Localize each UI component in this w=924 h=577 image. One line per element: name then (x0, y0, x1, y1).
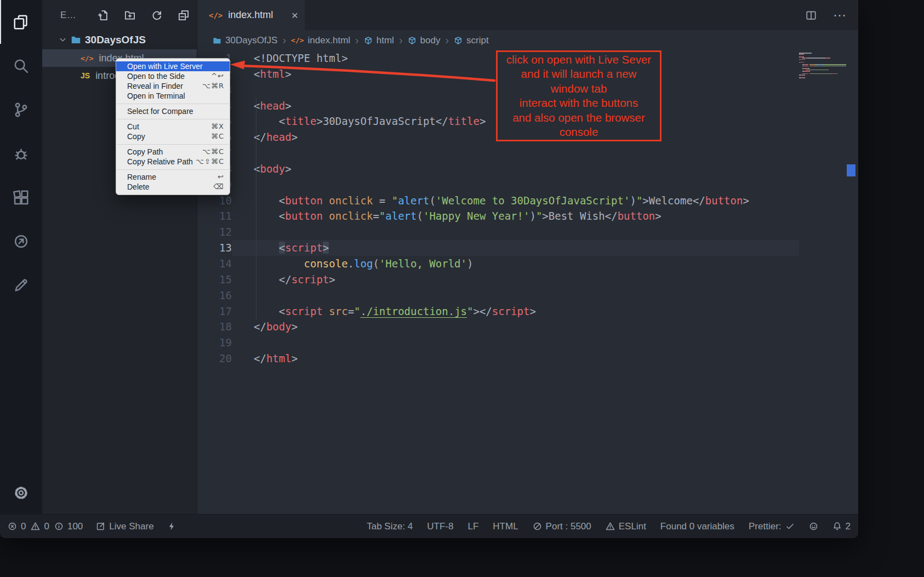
breadcrumb-separator: › (355, 34, 359, 47)
root-folder-label: 30DaysOfJS (85, 34, 146, 46)
html-file-icon: </> (209, 11, 223, 20)
overview-ru1ler[interactable] (846, 50, 858, 514)
status-variables[interactable]: Found 0 variables (660, 521, 734, 532)
line-number: 12 (197, 224, 232, 240)
gear-icon (13, 485, 29, 501)
tab-close-icon[interactable]: × (292, 9, 298, 22)
explorer-actions (98, 10, 189, 21)
menu-item-open-to-the-side[interactable]: Open to the Side^↩ (116, 71, 230, 81)
breadcrumb-separator: › (445, 34, 449, 47)
status-warnings[interactable]: 0 (31, 521, 49, 532)
info-icon (54, 522, 64, 531)
status-live-share[interactable]: Live Share (96, 521, 153, 532)
annotation-text: click on open with Live Severand it will… (498, 53, 660, 140)
code-line-10[interactable]: 10 <button onclick = "alert('Welcome to … (197, 193, 858, 209)
new-file-button[interactable] (98, 10, 109, 21)
menu-item-copy[interactable]: Copy⌘C (116, 132, 230, 141)
status-quick-run[interactable] (167, 522, 176, 531)
status-notifications[interactable]: 2 (832, 521, 851, 532)
code-line-13[interactable]: 13 <script> (197, 240, 858, 256)
code-line-8[interactable]: 8<body> (197, 161, 858, 177)
breadcrumb-30DaysOfJS[interactable]: 30DaysOfJS (213, 35, 277, 46)
folder-icon (71, 35, 81, 45)
split-icon (806, 10, 817, 21)
code-line-20[interactable]: 20</html> (197, 351, 858, 367)
js-icon: JS (81, 71, 90, 80)
activity-draw[interactable] (0, 263, 42, 307)
activity-settings[interactable] (0, 477, 42, 509)
collapse-folders-button[interactable] (178, 10, 189, 21)
menu-item-delete[interactable]: Delete⌫ (116, 182, 230, 192)
activity-run-and-debug[interactable] (0, 132, 42, 175)
code-line-12[interactable]: 12 (197, 224, 858, 240)
breadcrumb-body[interactable]: body (408, 35, 441, 46)
code-line-11[interactable]: 11 <button onclick="alert('Happy New Yea… (197, 208, 858, 224)
line-number: 17 (197, 304, 232, 319)
line-number: 11 (197, 208, 232, 224)
breadcrumb-script[interactable]: script (454, 35, 489, 46)
annotation-line: interact with the buttons (498, 96, 660, 111)
code-line-19[interactable]: 19 (197, 335, 858, 351)
files-icon (13, 14, 29, 30)
breadcrumb-index-html[interactable]: </>index.html (291, 35, 350, 46)
breadcrumb-html[interactable]: html (364, 35, 394, 46)
status-language-mode[interactable]: HTML (493, 521, 518, 532)
html-icon: </> (81, 54, 93, 62)
tab-bar: </> index.html × ⋯ (197, 0, 858, 30)
status-live-server-port[interactable]: Port : 5500 (533, 521, 591, 532)
status-encoding[interactable]: UTF-8 (427, 521, 453, 532)
activity-settings (0, 477, 42, 509)
status-tab-size[interactable]: Tab Size: 4 (367, 521, 413, 532)
status-errors[interactable]: 0 (8, 521, 26, 532)
menu-item-select-for-compare[interactable]: Select for Compare (116, 106, 230, 116)
code-line-14[interactable]: 14 console.log('Hello, World') (197, 256, 858, 272)
new-folder-button[interactable] (124, 10, 135, 21)
activity-explorer[interactable] (0, 0, 42, 44)
shortcut-hint: ⌘X (211, 122, 224, 132)
line-number: 18 (197, 319, 232, 335)
tree-root-folder[interactable]: 30DaysOfJS (42, 30, 197, 49)
shortcut-hint: ⌥⇧⌘C (196, 157, 224, 167)
cube-icon (408, 36, 417, 45)
code-line-18[interactable]: 18</body> (197, 319, 858, 335)
menu-item-cut[interactable]: Cut⌘X (116, 122, 230, 132)
activity-extensions[interactable] (0, 175, 42, 219)
annotation-line: and it will launch a new (498, 67, 660, 82)
code-line-16[interactable]: 16 (197, 288, 858, 304)
line-number: 20 (197, 351, 232, 367)
annotation-line: console (498, 125, 660, 140)
code-line-9[interactable]: 9 (197, 177, 858, 193)
menu-item-copy-relative-path[interactable]: Copy Relative Path⌥⇧⌘C (116, 157, 230, 167)
menu-item-reveal-in-finder[interactable]: Reveal in Finder⌥⌘R (116, 81, 230, 91)
activity-live-share[interactable] (0, 219, 42, 263)
error-icon (8, 522, 17, 531)
warning-icon (606, 522, 615, 531)
menu-item-open-with-live-server[interactable]: Open with Live Server (116, 61, 230, 71)
minimap[interactable] (799, 53, 846, 78)
shortcut-hint: ⌥⌘R (202, 81, 224, 91)
status-prettier[interactable]: Prettier: (749, 521, 795, 532)
refresh-explorer-button[interactable] (151, 10, 162, 21)
shortcut-hint: ^↩ (211, 71, 224, 81)
menu-item-open-in-terminal[interactable]: Open in Terminal (116, 91, 230, 101)
more-actions-button[interactable]: ⋯ (833, 9, 846, 22)
activity-search[interactable] (0, 44, 42, 88)
status-feedback[interactable] (809, 522, 818, 531)
status-eol[interactable]: LF (467, 521, 478, 532)
overview-marker (847, 164, 855, 176)
menu-separator (117, 119, 229, 119)
html-icon: </> (291, 36, 304, 44)
code-line-17[interactable]: 17 <script src="./introduction.js"></scr… (197, 304, 858, 319)
split-editor-button[interactable] (806, 10, 817, 21)
tab-index-html[interactable]: </> index.html × (197, 0, 305, 30)
status-info-count[interactable]: 100 (54, 521, 83, 532)
activity-source-control[interactable] (0, 88, 42, 132)
menu-item-copy-path[interactable]: Copy Path⌥⌘C (116, 147, 230, 157)
status-eslint[interactable]: ESLint (606, 521, 646, 532)
code-line-15[interactable]: 15 </script> (197, 272, 858, 288)
shortcut-hint: ⌘C (211, 132, 224, 141)
line-number: 14 (197, 256, 232, 272)
menu-item-rename[interactable]: Rename↩ (116, 172, 230, 182)
debug-icon (13, 146, 29, 162)
code-line-7[interactable]: 7 (197, 145, 858, 161)
